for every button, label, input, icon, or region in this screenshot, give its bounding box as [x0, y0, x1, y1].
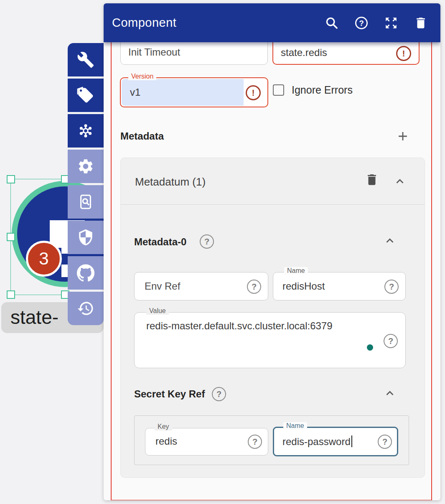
- secret-name-label: Name: [283, 422, 307, 430]
- selection-handle-bottom-left[interactable]: [7, 290, 15, 299]
- delete-metadatum-button[interactable]: [364, 172, 379, 187]
- metadatum-title: Metadatum (1): [135, 176, 206, 188]
- init-timeout-label: Init Timeout: [128, 46, 180, 58]
- metadata-value-field[interactable]: Value redis-master.default.svc.cluster.l…: [134, 312, 406, 368]
- badge-count: 3: [39, 249, 48, 269]
- metadata0-heading: Metadata-0: [134, 236, 186, 248]
- shield-icon: [77, 229, 94, 246]
- name-label: Name: [284, 267, 308, 275]
- help-icon[interactable]: ?: [212, 387, 226, 401]
- selection-handle-top-left[interactable]: [7, 175, 15, 183]
- name-value: redisHost: [282, 280, 325, 292]
- secret-key-ref-heading: Secret Key Ref: [134, 388, 205, 400]
- version-field[interactable]: Version v1 !: [120, 77, 268, 107]
- collapse-secret-button[interactable]: [382, 386, 397, 401]
- trash-icon: [365, 173, 379, 187]
- key-value: redis: [155, 435, 177, 447]
- error-icon: !: [396, 46, 411, 61]
- ignore-errors-label: Ignore Errors: [292, 84, 353, 96]
- settings-tool-button[interactable]: [68, 150, 104, 183]
- secret-key-field[interactable]: Key redis ?: [145, 428, 268, 456]
- component-form: Init Timeout state.redis ! Version v1 ! …: [104, 3, 440, 500]
- gear-icon: [77, 158, 94, 175]
- selection-handle-middle-left[interactable]: [7, 233, 15, 241]
- metadata-name-field[interactable]: Name redisHost ?: [273, 272, 406, 300]
- tag-icon: [77, 87, 94, 104]
- expand-icon[interactable]: [384, 16, 398, 30]
- ignore-errors-checkbox[interactable]: [273, 84, 284, 96]
- secret-key-ref-group: Key redis ? Name redis-password ?: [134, 415, 409, 465]
- chevron-up-icon: [393, 174, 407, 188]
- help-icon[interactable]: ?: [200, 234, 214, 249]
- card-divider: [121, 204, 425, 205]
- plus-icon: [396, 129, 410, 143]
- help-icon[interactable]: ?: [384, 280, 399, 294]
- design-canvas: 3 state-: [0, 0, 445, 504]
- error-icon: !: [246, 85, 261, 100]
- env-ref-field[interactable]: Env Ref ?: [134, 272, 268, 300]
- env-ref-placeholder: Env Ref: [145, 280, 180, 292]
- configure-tool-button[interactable]: [68, 43, 104, 76]
- add-metadata-button[interactable]: [395, 129, 410, 144]
- chevron-up-icon: [383, 234, 397, 248]
- secret-name-field[interactable]: Name redis-password ?: [273, 427, 398, 456]
- version-label: Version: [128, 73, 156, 80]
- document-search-icon: [77, 193, 94, 211]
- secret-name-value: redis-password: [282, 435, 352, 448]
- text-cursor: [351, 435, 352, 447]
- help-icon[interactable]: ?: [248, 435, 262, 449]
- value-label: Value: [146, 307, 169, 315]
- node-label-text: state-: [10, 302, 58, 332]
- help-icon[interactable]: ?: [384, 334, 398, 348]
- help-icon[interactable]: ?: [378, 435, 392, 449]
- hub-network-icon: [77, 122, 94, 140]
- collapse-metadata0-button[interactable]: [382, 233, 397, 248]
- value-text: redis-master.default.svc.cluster.local:6…: [146, 320, 333, 332]
- help-icon[interactable]: ?: [247, 280, 261, 294]
- metadatum-card: Metadatum (1) Metadata-0 ? Env Ref ?: [120, 158, 425, 478]
- collapse-metadatum-button[interactable]: [392, 174, 407, 189]
- delete-icon[interactable]: [414, 16, 428, 30]
- component-type-value: state.redis: [281, 47, 327, 59]
- help-icon[interactable]: ?: [354, 16, 369, 30]
- inspect-tool-button[interactable]: [68, 185, 104, 219]
- secret-name-text: redis-password: [282, 436, 351, 447]
- svg-text:?: ?: [359, 18, 364, 27]
- tag-tool-button[interactable]: [68, 79, 104, 112]
- key-label: Key: [155, 423, 172, 430]
- component-panel: Init Timeout state.redis ! Version v1 ! …: [104, 3, 440, 500]
- hub-tool-button[interactable]: [68, 114, 104, 148]
- metadata-heading: Metadata: [120, 130, 164, 142]
- github-icon: [77, 264, 94, 282]
- security-tool-button[interactable]: [68, 221, 104, 254]
- history-tool-button[interactable]: [68, 292, 104, 325]
- error-count-badge: 3: [26, 241, 62, 277]
- history-icon: [77, 300, 94, 317]
- version-value: v1: [130, 87, 140, 98]
- chevron-up-icon: [383, 386, 397, 400]
- value-drag-dot[interactable]: [367, 344, 373, 351]
- panel-title: Component: [112, 3, 176, 42]
- search-icon[interactable]: [325, 16, 339, 30]
- wrench-icon: [77, 51, 94, 69]
- github-tool-button[interactable]: [68, 256, 104, 290]
- panel-header: Component ?: [104, 3, 440, 42]
